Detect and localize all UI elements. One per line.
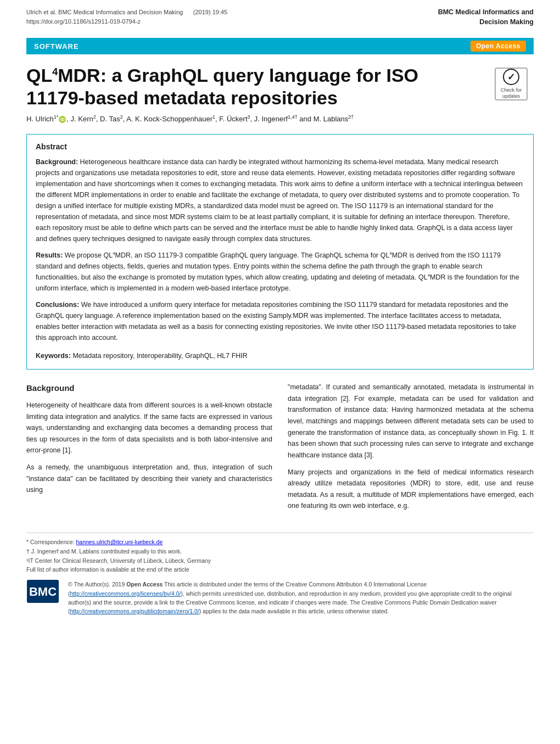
header-citation: Ulrich et al. BMC Medical Informatics an…	[26, 8, 227, 26]
bg-paragraph-4: Many projects and organizations in the f…	[288, 467, 534, 512]
citation-doi: https://doi.org/10.1186/s12911-019-0794-…	[26, 18, 141, 25]
citation-journal: Ulrich et al. BMC Medical Informatics an…	[26, 9, 183, 15]
footer-license: © The Author(s). 2019 Open Access This a…	[68, 580, 534, 616]
conclusions-text: We have introduced a uniform query inter…	[36, 301, 516, 342]
footer-notes: * Correspondence: hannes.ulrich@itcr.uni…	[26, 538, 534, 574]
journal-name: BMC Medical Informatics and Decision Mak…	[438, 8, 534, 27]
body-columns: Background Heterogeneity of healthcare d…	[26, 382, 534, 517]
bg-paragraph-2: As a remedy, the unambiguous interpretat…	[26, 462, 272, 496]
citation-year: (2019) 19:45	[193, 9, 227, 15]
check-updates-box: ✓ Check forupdates	[495, 68, 528, 100]
check-updates-icon: ✓	[503, 69, 519, 85]
abstract-box: Abstract Background: Heterogeneous healt…	[26, 134, 534, 370]
abstract-results: Results: We propose QL4MDR, an ISO 11179…	[36, 250, 524, 294]
abstract-heading: Abstract	[36, 142, 524, 151]
correspondence-email[interactable]: hannes.ulrich@itcr.uni-luebeck.de	[76, 539, 163, 545]
license-link-2[interactable]: http://creativecommons.org/publicdomain/…	[70, 608, 199, 614]
background-label: Background:	[36, 158, 78, 166]
header: Ulrich et al. BMC Medical Informatics an…	[26, 0, 534, 31]
software-label: SOFTWARE	[34, 42, 79, 51]
footnote-correspondence: * Correspondence: hannes.ulrich@itcr.uni…	[26, 538, 534, 547]
title-area: QL4MDR: a GraphQL query language for ISO…	[26, 64, 534, 109]
footnote-affiliation: ¹IT Center for Clinical Research, Univer…	[26, 556, 534, 566]
abstract-conclusions: Conclusions: We have introduced a unifor…	[36, 299, 524, 343]
keywords-line: Keywords: Metadata repository, Interoper…	[36, 349, 524, 361]
background-text: Heterogeneous healthcare instance data c…	[36, 158, 523, 243]
footer: * Correspondence: hannes.ulrich@itcr.uni…	[26, 533, 534, 616]
results-text: We propose QL4MDR, an ISO 11179-3 compat…	[36, 251, 519, 292]
conclusions-label: Conclusions:	[36, 301, 79, 309]
keywords-label: Keywords:	[36, 352, 71, 360]
software-bar: SOFTWARE Open Access	[26, 38, 534, 54]
bg-paragraph-1: Heterogeneity of healthcare data from di…	[26, 400, 272, 456]
bmc-logo-box: BMC	[27, 580, 59, 603]
check-updates-label: Check forupdates	[501, 87, 522, 99]
footnote-equal: † J. Ingenerf and M. Lablans contributed…	[26, 547, 534, 556]
body-col-left: Background Heterogeneity of healthcare d…	[26, 382, 272, 517]
check-for-updates-widget[interactable]: ✓ Check forupdates	[489, 68, 534, 100]
results-label: Results:	[36, 251, 63, 259]
bg-paragraph-3: "metadata". If curated and semantically …	[288, 382, 534, 461]
footnote-authors: Full list of author information is avail…	[26, 565, 534, 574]
open-access-badge: Open Access	[471, 41, 526, 52]
background-heading: Background	[26, 382, 272, 395]
bmc-logo: BMC	[26, 580, 59, 603]
license-link-1[interactable]: http://creativecommons.org/licenses/by/4…	[70, 590, 181, 597]
footer-bottom: BMC © The Author(s). 2019 Open Access Th…	[26, 580, 534, 616]
orcid-icon: iD	[59, 116, 66, 123]
keywords-text: Metadata repository, Interoperability, G…	[72, 352, 247, 360]
article-title: QL4MDR: a GraphQL query language for ISO…	[26, 64, 479, 109]
authors-line: H. Ulrich1*iD, J. Kern2, D. Tas2, A. K. …	[26, 114, 534, 125]
abstract-background: Background: Heterogeneous healthcare ins…	[36, 156, 524, 244]
body-col-right: "metadata". If curated and semantically …	[288, 382, 534, 517]
